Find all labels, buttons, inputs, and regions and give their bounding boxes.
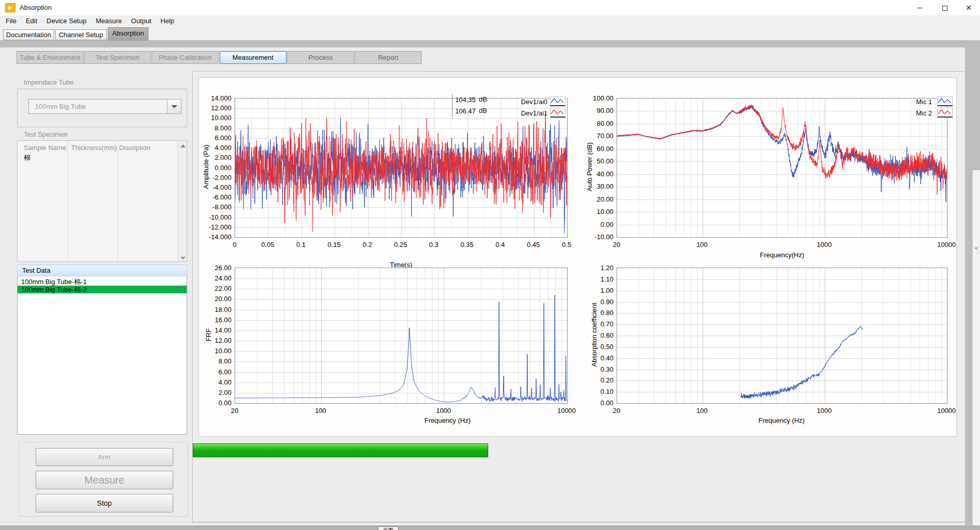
menu-measure[interactable]: Measure: [91, 15, 127, 27]
collapse-arrow-icon[interactable]: <: [975, 245, 978, 251]
y-tick-label: 14.000: [202, 94, 231, 102]
plot-absorption: [617, 268, 948, 404]
scroll-up-icon[interactable]: [180, 144, 186, 147]
test-data-item[interactable]: 100mm Big Tube-棉-2: [18, 286, 187, 293]
db-readout-unit: dB: [479, 107, 487, 114]
x-tick-label: 0.3: [418, 241, 449, 249]
table-header-discription: Discription: [119, 144, 151, 152]
test-specimen-label: Test Specimen: [24, 130, 68, 138]
tab-absorption[interactable]: Absorption: [108, 27, 148, 41]
bottom-strip: [0, 525, 980, 530]
subtab-test-specimen[interactable]: Test Specimen: [84, 51, 151, 64]
subtab-process[interactable]: Process: [287, 51, 354, 64]
minimize-button[interactable]: [910, 0, 929, 15]
progress-bar: [193, 443, 488, 457]
x-tick-label: 20: [599, 241, 635, 249]
table-header-sample-name: Sample Name: [24, 144, 66, 152]
main-tab-row: DocumentationChannel SetupAbsorption: [0, 27, 980, 40]
x-tick-label: 0.35: [452, 241, 483, 249]
x-tick-label: 0.5: [551, 241, 582, 249]
y-axis-title-frf: FRF: [205, 294, 212, 376]
x-tick-label: 1000: [806, 407, 842, 415]
menu-output[interactable]: Output: [126, 15, 156, 27]
test-specimen-table[interactable]: Sample NameThickness(mm)Discription 棉: [17, 140, 187, 262]
y-tick-label: 90.00: [584, 107, 613, 114]
x-tick-label: 20: [217, 407, 253, 415]
db-readout-value: 106.47: [455, 107, 476, 115]
test-data-header: Test Data: [17, 264, 187, 276]
test-data-list[interactable]: 100mm Big Tube-棉-1100mm Big Tube-棉-2: [17, 276, 187, 435]
subtab-report[interactable]: Report: [355, 51, 422, 64]
impedance-tube-dropdown[interactable]: 100mm Big Tube: [28, 99, 181, 114]
y-tick-label: 0.00: [584, 221, 613, 228]
menu-file[interactable]: File: [1, 15, 21, 27]
plot-frf: [235, 268, 568, 404]
arm-button[interactable]: Arm: [36, 448, 173, 466]
x-tick-label: 10000: [928, 407, 965, 415]
y-tick-label: 1.00: [584, 287, 613, 294]
y-tick-label: 10.000: [202, 114, 231, 122]
x-tick-label: 0.05: [252, 241, 283, 249]
dropdown-arrow-icon[interactable]: [167, 100, 181, 113]
menu-help[interactable]: Help: [156, 15, 179, 27]
y-tick-label: -12.000: [202, 223, 231, 231]
test-data-item[interactable]: 100mm Big Tube-棉-1: [18, 278, 187, 286]
tab-documentation[interactable]: Documentation: [3, 29, 54, 40]
background-window-tab: 画图: [378, 526, 400, 530]
action-button-panel: Arm Measure Stop: [19, 442, 188, 517]
subtab-phase-calibration[interactable]: Phase Calibration: [152, 51, 219, 64]
window-title: Absorption: [20, 4, 52, 11]
table-cell-sample-name[interactable]: 棉: [24, 153, 30, 162]
y-tick-label: 0.40: [584, 354, 613, 362]
x-tick-label: 100: [684, 407, 720, 415]
panel-bottom-line: [0, 522, 971, 523]
y-tick-label: 26.00: [202, 264, 231, 272]
x-tick-label: 10000: [549, 407, 585, 415]
legend-label: Dev1/ai1: [491, 109, 547, 117]
tab-channel-setup[interactable]: Channel Setup: [55, 29, 107, 40]
x-axis-title-absorption: Frequency (Hz): [740, 417, 823, 424]
y-tick-label: 2.00: [202, 389, 231, 396]
page-top-band: [0, 40, 980, 47]
x-tick-label: 0.2: [352, 241, 383, 249]
x-tick-label: 0.15: [319, 241, 350, 249]
y-tick-label: 1.10: [584, 275, 613, 283]
y-tick-label: 0.70: [584, 320, 613, 328]
menu-device-setup[interactable]: Device Setup: [42, 15, 91, 27]
x-tick-label: 0.4: [485, 241, 516, 249]
legend-line-icon: [937, 108, 953, 118]
maximize-button[interactable]: [935, 0, 955, 15]
y-tick-label: 0.30: [584, 366, 613, 373]
x-tick-label: 10000: [928, 241, 965, 249]
x-tick-label: 0.1: [286, 241, 317, 249]
x-tick-label: 1000: [425, 407, 461, 415]
y-tick-label: 100.00: [584, 94, 613, 102]
x-tick-label: 100: [303, 407, 339, 415]
legend-label: Mic 1: [875, 98, 932, 106]
scroll-down-icon[interactable]: [180, 257, 186, 260]
db-readout-unit: dB: [479, 95, 487, 103]
x-tick-label: 20: [599, 407, 635, 415]
impedance-tube-dropdown-value: 100mm Big Tube: [35, 103, 86, 110]
y-tick-label: -10.00: [584, 233, 613, 241]
y-tick-label: 0.20: [584, 376, 613, 384]
y-axis-title-auto_power: Auto Power (dB): [586, 126, 593, 208]
x-tick-label: 0.45: [518, 241, 549, 249]
legend-line-icon: [937, 96, 953, 106]
plot-time: [235, 98, 568, 238]
stop-button[interactable]: Stop: [36, 494, 173, 512]
y-axis-title-time: Amplitude (Pa): [202, 126, 210, 208]
menu-edit[interactable]: Edit: [21, 15, 42, 27]
y-axis-title-absorption: Absorption coefficient: [590, 294, 598, 376]
readout-divider: [452, 94, 453, 117]
legend-line-icon: [550, 108, 566, 118]
measure-button[interactable]: Measure: [36, 471, 173, 489]
right-splitter[interactable]: <: [972, 170, 980, 530]
close-button[interactable]: ✕: [959, 0, 978, 15]
subtab-tube-environment[interactable]: Tube & Environment: [16, 51, 84, 64]
x-axis-title-auto_power: Frequency(Hz): [741, 251, 823, 259]
column-divider: [118, 141, 118, 261]
table-scrollbar[interactable]: [178, 141, 187, 261]
x-axis-title-frf: Frequency (Hz): [406, 417, 489, 424]
subtab-measurement[interactable]: Measurement: [220, 51, 287, 64]
